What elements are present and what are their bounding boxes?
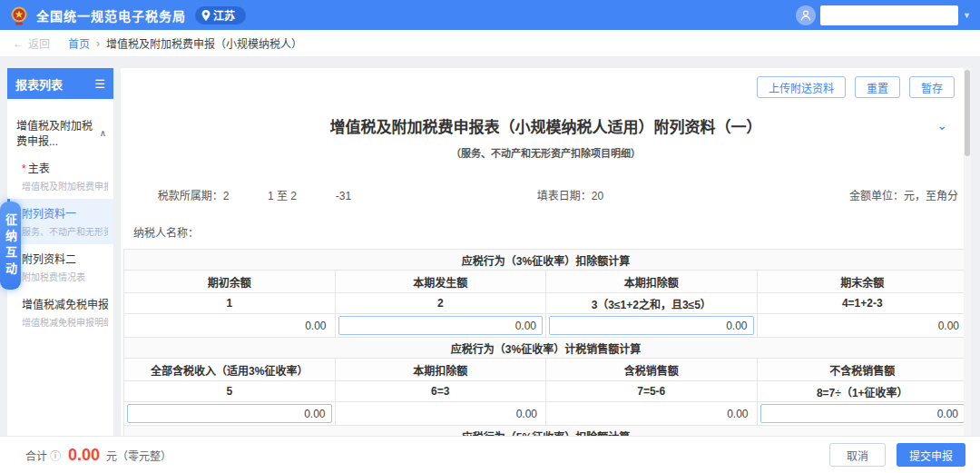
form-subtitle: （服务、不动产和无形资产扣除项目明细） bbox=[121, 145, 971, 160]
column-number: 5 bbox=[124, 381, 336, 402]
tax-period-value: 2 1 至 2 -31 bbox=[223, 190, 351, 202]
footer-bar: 合计 ⓘ 0.00 元（零元整） 取消 提交申报 bbox=[0, 436, 980, 473]
app-title: 全国统一规范电子税务局 bbox=[36, 6, 186, 25]
location-pin-icon bbox=[201, 10, 211, 21]
main-panel: 上传附送资料 重置 暂存 增值税及附加税费申报表（小规模纳税人适用）附列资料（一… bbox=[121, 68, 971, 436]
cancel-button[interactable]: 取消 bbox=[829, 443, 886, 467]
breadcrumb-separator-icon: › bbox=[96, 37, 100, 50]
column-number: 4=1+2-3 bbox=[757, 293, 968, 314]
readonly-value-cell: 0.00 bbox=[757, 314, 968, 338]
value-input[interactable] bbox=[127, 404, 332, 423]
column-number: 2 bbox=[335, 293, 546, 314]
readonly-value-cell: 0.00 bbox=[124, 314, 336, 338]
item-sublabel: 增值税及附加税费申报表 bbox=[22, 179, 108, 192]
report-list-sidebar: 报表列表 ☰ 增值税及附加税费申报... ∧ *主表 增值税及附加税费申报表 附… bbox=[7, 68, 113, 436]
region-selector[interactable]: 江苏 bbox=[195, 6, 246, 25]
breadcrumb-home[interactable]: 首页 bbox=[68, 35, 90, 51]
form-toolbar: 上传附送资料 重置 暂存 bbox=[121, 68, 971, 98]
form-title-area: 增值税及附加税费申报表（小规模纳税人适用）附列资料（一） ⌄ bbox=[121, 114, 971, 137]
main-scrollbar-thumb[interactable] bbox=[965, 70, 970, 156]
upload-attachments-button[interactable]: 上传附送资料 bbox=[757, 76, 846, 98]
required-asterisk: * bbox=[22, 163, 26, 175]
tax-period-label: 税款所属期： bbox=[158, 190, 223, 202]
value-input[interactable] bbox=[760, 404, 965, 423]
sidebar-item-main-form[interactable]: *主表 增值税及附加税费申报表 bbox=[7, 153, 113, 199]
deduction-table: 应税行为（3%征收率）扣除额计算 期初余额 本期发生额 本期扣除额 期末余额 1… bbox=[123, 249, 968, 436]
back-button[interactable]: ← 返回 bbox=[13, 35, 50, 51]
column-number: 8=7÷（1+征收率） bbox=[757, 381, 968, 402]
section-title: 应税行为（5%征收率）扣除额计算 bbox=[124, 426, 968, 437]
tree-group-label: 增值税及附加税费申报... bbox=[16, 117, 100, 148]
reset-button[interactable]: 重置 bbox=[855, 76, 900, 98]
column-header: 不含税销售额 bbox=[757, 359, 968, 381]
user-icon bbox=[799, 9, 812, 22]
section-title: 应税行为（3%征收率）扣除额计算 bbox=[124, 250, 968, 271]
region-label: 江苏 bbox=[213, 7, 235, 23]
fill-date-value: 20 bbox=[592, 190, 603, 202]
breadcrumb: ← 返回 首页 › 增值税及附加税费申报（小规模纳税人） bbox=[0, 30, 980, 56]
column-header: 本期扣除额 bbox=[546, 271, 758, 293]
sidebar-title: 报表列表 bbox=[15, 75, 63, 93]
column-header: 期初余额 bbox=[124, 271, 336, 293]
sidebar-header: 报表列表 ☰ bbox=[7, 68, 113, 99]
collapse-menu-icon[interactable]: ☰ bbox=[94, 77, 105, 91]
column-number: 3（3≤1+2之和，且3≤5） bbox=[546, 293, 758, 314]
value-input[interactable] bbox=[549, 316, 754, 335]
top-bar: 全国统一规范电子税务局 江苏 ▼ bbox=[0, 0, 980, 30]
item-label: 主表 bbox=[28, 163, 50, 175]
sidebar-item-vat-reduction[interactable]: 增值税减免税申报明... 增值税减免税申报明细表 bbox=[7, 290, 113, 335]
fill-date-label: 填表日期： bbox=[537, 190, 592, 202]
total-unit: 元（零元整） bbox=[106, 448, 172, 463]
total-amount: 0.00 bbox=[68, 446, 100, 465]
section-title: 应税行为（3%征收率）计税销售额计算 bbox=[124, 338, 968, 359]
column-header: 本期扣除额 bbox=[335, 359, 546, 381]
info-icon[interactable]: ⓘ bbox=[50, 448, 61, 463]
back-label: 返回 bbox=[28, 35, 50, 51]
column-number: 7=5-6 bbox=[546, 381, 758, 402]
user-menu-caret-icon[interactable]: ▼ bbox=[963, 11, 971, 20]
user-avatar[interactable] bbox=[796, 5, 816, 25]
readonly-value-cell: 0.00 bbox=[546, 402, 758, 426]
item-sublabel: 服务、不动产和无形资产扣.. bbox=[22, 224, 108, 238]
taxpayer-name-label: 纳税人名称： bbox=[133, 224, 958, 240]
breadcrumb-current: 增值税及附加税费申报（小规模纳税人） bbox=[106, 35, 302, 51]
column-header: 含税销售额 bbox=[546, 359, 758, 381]
column-header: 全部含税收入（适用3%征收率） bbox=[124, 359, 336, 381]
sidebar-item-appendix-2[interactable]: 附列资料二 附加税费情况表 bbox=[7, 244, 113, 290]
column-number: 1 bbox=[124, 293, 336, 314]
interaction-float-tab[interactable]: 征纳互动 bbox=[0, 202, 21, 290]
report-tree: 增值税及附加税费申报... ∧ *主表 增值税及附加税费申报表 附列资料一 服务… bbox=[7, 99, 113, 335]
chevron-down-icon[interactable]: ⌄ bbox=[936, 118, 947, 133]
readonly-value-cell: 0.00 bbox=[335, 402, 546, 426]
tree-group-vat-declaration[interactable]: 增值税及附加税费申报... ∧ bbox=[7, 112, 113, 153]
sidebar-item-appendix-1[interactable]: 附列资料一 服务、不动产和无形资产扣.. bbox=[7, 199, 113, 244]
item-sublabel: 附加税费情况表 bbox=[22, 270, 108, 283]
caret-up-icon: ∧ bbox=[100, 128, 106, 138]
main-scrollbar-track[interactable] bbox=[964, 68, 971, 436]
column-number: 6=3 bbox=[335, 381, 546, 402]
value-input[interactable] bbox=[338, 316, 544, 335]
topbar-user-area: ▼ bbox=[796, 5, 971, 25]
total-label: 合计 bbox=[25, 448, 47, 463]
national-emblem-icon bbox=[9, 5, 29, 25]
item-label: 附列资料一 bbox=[22, 205, 108, 221]
save-draft-button[interactable]: 暂存 bbox=[909, 76, 955, 98]
submit-declaration-button[interactable]: 提交申报 bbox=[897, 443, 965, 467]
item-label: 增值税减免税申报明... bbox=[22, 296, 108, 311]
form-meta: 税款所属期：2 1 至 2 -31 填表日期：20 金额单位：元，至角分 纳税人… bbox=[121, 174, 971, 240]
back-arrow-icon: ← bbox=[13, 37, 24, 50]
column-header: 本期发生额 bbox=[335, 271, 546, 293]
item-sublabel: 增值税减免税申报明细表 bbox=[22, 315, 108, 329]
form-title: 增值税及附加税费申报表（小规模纳税人适用）附列资料（一） bbox=[121, 114, 971, 137]
amount-unit-note: 金额单位：元，至角分 bbox=[849, 187, 958, 202]
item-label: 附列资料二 bbox=[22, 251, 108, 266]
column-header: 期末余额 bbox=[757, 271, 968, 293]
user-name-field[interactable] bbox=[820, 5, 958, 25]
